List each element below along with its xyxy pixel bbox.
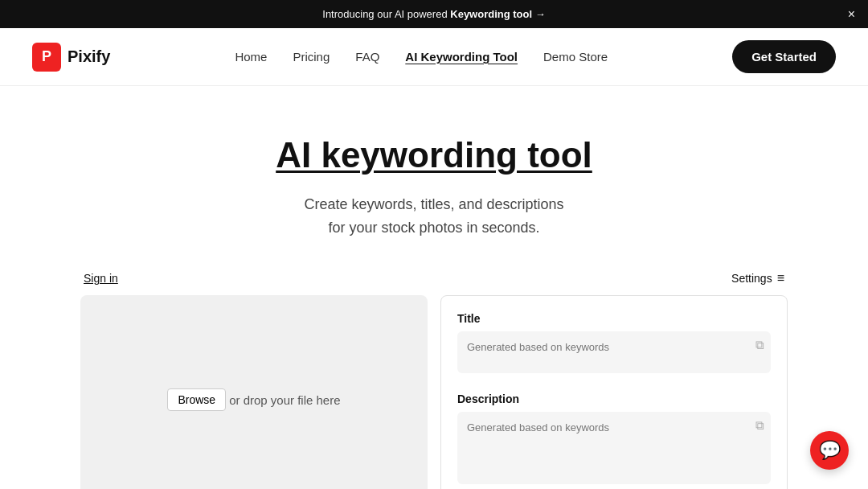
- upload-text: or drop your file here: [229, 393, 340, 407]
- settings-icon: ≡: [777, 271, 784, 286]
- description-textarea[interactable]: [457, 412, 771, 484]
- nav-home[interactable]: Home: [235, 50, 267, 64]
- settings-button[interactable]: Settings ≡: [731, 271, 784, 286]
- description-wrapper: ⧉: [457, 412, 771, 487]
- chat-icon: 💬: [819, 440, 841, 461]
- announcement-bold: Keywording tool: [450, 8, 532, 20]
- tool-layout: Browse or drop your file here Title ⧉ De…: [80, 295, 788, 489]
- hero-section: AI keywording tool Create keywords, titl…: [0, 86, 868, 271]
- nav-demo-store[interactable]: Demo Store: [543, 50, 608, 64]
- description-label: Description: [457, 392, 771, 405]
- announcement-close-button[interactable]: ×: [848, 8, 855, 21]
- title-copy-button[interactable]: ⧉: [755, 338, 764, 352]
- navbar: P Pixify Home Pricing FAQ AI Keywording …: [0, 28, 868, 86]
- nav-ai-keywording-tool[interactable]: AI Keywording Tool: [405, 50, 518, 64]
- description-copy-button[interactable]: ⧉: [755, 418, 764, 433]
- tool-header: Sign in Settings ≡: [80, 271, 788, 286]
- description-field: Description ⧉: [457, 392, 771, 487]
- title-field: Title ⧉: [457, 312, 771, 376]
- title-wrapper: ⧉: [457, 331, 771, 376]
- title-textarea[interactable]: [457, 331, 771, 373]
- title-label: Title: [457, 312, 771, 325]
- browse-button[interactable]: Browse: [167, 388, 226, 411]
- get-started-button[interactable]: Get Started: [732, 40, 836, 73]
- settings-label: Settings: [731, 272, 772, 285]
- upload-area[interactable]: Browse or drop your file here: [80, 295, 428, 489]
- nav-faq[interactable]: FAQ: [355, 50, 379, 64]
- nav-links: Home Pricing FAQ AI Keywording Tool Demo…: [235, 50, 608, 64]
- logo-icon: P: [32, 43, 61, 72]
- hero-subtitle: Create keywords, titles, and description…: [225, 193, 643, 240]
- logo-link[interactable]: P Pixify: [32, 43, 110, 72]
- nav-pricing[interactable]: Pricing: [293, 50, 330, 64]
- hero-title: AI keywording tool: [16, 134, 852, 177]
- sign-in-link[interactable]: Sign in: [84, 272, 118, 285]
- tool-section: Sign in Settings ≡ Browse or drop your f…: [48, 271, 820, 489]
- announcement-bar: Introducing our AI powered Keywording to…: [0, 0, 868, 28]
- chat-button[interactable]: 💬: [810, 431, 849, 470]
- announcement-text: Introducing our AI powered Keywording to…: [322, 8, 545, 20]
- logo-text: Pixify: [68, 47, 110, 66]
- output-panel: Title ⧉ Description ⧉ Keywords i: [440, 295, 788, 489]
